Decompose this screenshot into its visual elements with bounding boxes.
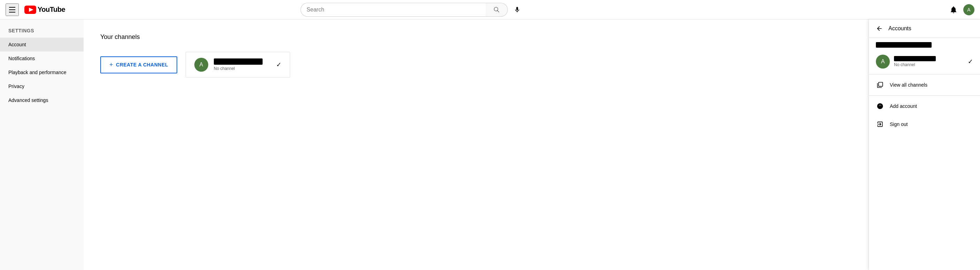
sign-out-row[interactable]: Sign out [869, 115, 980, 133]
sidebar-item-privacy-label: Privacy [8, 84, 24, 89]
accounts-dropdown-panel: Accounts A No channel ✓ View all channel… [869, 19, 980, 270]
channel-info: No channel [214, 59, 265, 71]
voice-search-button[interactable] [511, 3, 523, 17]
bell-icon [949, 6, 958, 14]
channel-no-channel-label: No channel [214, 66, 265, 71]
sidebar-item-advanced[interactable]: Advanced settings [0, 93, 84, 107]
dropdown-divider-2 [869, 95, 980, 96]
sign-out-label: Sign out [890, 121, 908, 127]
channels-row: + CREATE A CHANNEL A No channel ✓ [100, 52, 963, 78]
mic-icon [514, 6, 521, 13]
channel-card[interactable]: A No channel ✓ [186, 52, 290, 78]
sidebar-item-playback[interactable]: Playback and performance [0, 65, 84, 79]
dropdown-divider-1 [869, 74, 980, 75]
view-all-channels-label: View all channels [890, 82, 928, 88]
create-channel-label: CREATE A CHANNEL [116, 62, 168, 68]
dropdown-account-info: No channel [894, 56, 964, 67]
dropdown-account-name-redacted-2 [894, 56, 936, 61]
channel-name-redacted [214, 59, 262, 65]
sidebar-item-advanced-label: Advanced settings [8, 97, 48, 103]
dropdown-account-avatar: A [876, 55, 890, 68]
sidebar-item-notifications-label: Notifications [8, 56, 35, 61]
youtube-logo-icon [24, 6, 36, 14]
sidebar-item-account-label: Account [8, 42, 26, 47]
add-account-label: Add account [890, 103, 917, 109]
view-all-channels-row[interactable]: View all channels [869, 76, 980, 94]
dropdown-account-checkmark: ✓ [968, 58, 973, 65]
channels-title: Your channels [100, 33, 963, 41]
search-input[interactable] [301, 3, 485, 17]
hamburger-line [9, 10, 15, 10]
add-account-row[interactable]: Add account [869, 97, 980, 115]
channel-avatar: A [194, 58, 208, 71]
dropdown-account-name-redacted [876, 42, 932, 48]
header-right: A [947, 3, 974, 17]
account-avatar-button[interactable]: A [963, 4, 974, 15]
dropdown-title: Accounts [888, 25, 912, 32]
hamburger-line [9, 7, 15, 8]
dropdown-account-row[interactable]: A No channel ✓ [869, 51, 980, 73]
search-button[interactable] [485, 3, 508, 17]
view-channels-icon [876, 81, 884, 89]
dropdown-account-name-row [869, 38, 980, 51]
sidebar-item-privacy[interactable]: Privacy [0, 79, 84, 93]
header-left: YouTube [6, 3, 89, 16]
plus-icon: + [109, 61, 113, 68]
sidebar-item-playback-label: Playback and performance [8, 70, 67, 75]
page-body: SETTINGS Account Notifications Playback … [0, 19, 980, 270]
main-content: Your channels + CREATE A CHANNEL A No ch… [84, 19, 980, 270]
channel-selected-checkmark: ✓ [276, 61, 282, 68]
hamburger-line [9, 12, 15, 13]
header: YouTube A [0, 0, 980, 19]
youtube-logo-text: YouTube [38, 6, 65, 14]
settings-title: SETTINGS [0, 28, 84, 38]
sidebar-item-account[interactable]: Account [0, 38, 84, 51]
search-form [301, 3, 508, 17]
sidebar-item-notifications[interactable]: Notifications [0, 51, 84, 65]
dropdown-header: Accounts [869, 19, 980, 38]
add-account-icon [876, 102, 884, 110]
search-area [301, 3, 523, 17]
create-channel-button[interactable]: + CREATE A CHANNEL [100, 56, 177, 73]
dropdown-no-channel-label: No channel [894, 62, 964, 67]
sign-out-icon [876, 120, 884, 129]
settings-sidebar: SETTINGS Account Notifications Playback … [0, 19, 84, 270]
hamburger-menu-button[interactable] [6, 3, 19, 16]
search-icon [493, 6, 500, 13]
youtube-logo[interactable]: YouTube [24, 6, 65, 14]
notifications-button[interactable] [947, 3, 961, 17]
dropdown-back-button[interactable] [876, 25, 883, 32]
back-arrow-icon [876, 25, 883, 32]
